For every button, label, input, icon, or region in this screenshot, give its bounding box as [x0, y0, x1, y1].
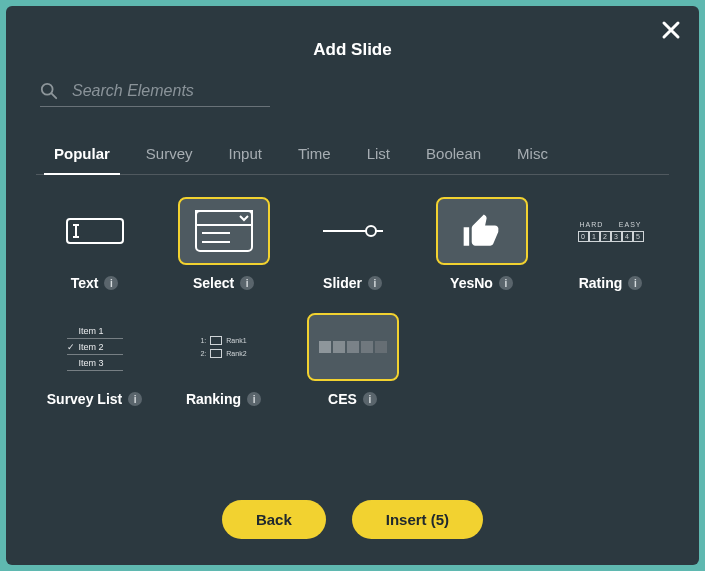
tile-select[interactable]: Select i — [169, 199, 278, 291]
tile-slider[interactable]: Slider i — [298, 199, 407, 291]
tab-input[interactable]: Input — [211, 135, 280, 174]
tab-boolean[interactable]: Boolean — [408, 135, 499, 174]
svg-point-0 — [42, 84, 53, 95]
modal-footer: Back Insert (5) — [36, 484, 669, 545]
element-grid: Text i Select i Slider i — [36, 199, 669, 484]
close-icon — [661, 20, 681, 40]
info-icon[interactable]: i — [499, 276, 513, 290]
rating-scale-icon: 012345 — [578, 231, 644, 242]
svg-rect-7 — [196, 211, 252, 225]
info-icon[interactable]: i — [128, 392, 142, 406]
ranking-icon: 1:Rank1 2:Rank2 — [200, 336, 246, 358]
tab-misc[interactable]: Misc — [499, 135, 566, 174]
survey-list-icon: Item 1 Item 2 Item 3 — [67, 323, 123, 371]
info-icon[interactable]: i — [628, 276, 642, 290]
tile-label: Text — [71, 275, 99, 291]
tile-ranking[interactable]: 1:Rank1 2:Rank2 Ranking i — [169, 315, 278, 407]
tab-list[interactable]: List — [349, 135, 408, 174]
svg-point-11 — [366, 226, 376, 236]
modal-title: Add Slide — [36, 40, 669, 60]
info-icon[interactable]: i — [240, 276, 254, 290]
add-slide-modal: Add Slide Popular Survey Input Time List… — [6, 6, 699, 565]
tile-ces[interactable]: CES i — [298, 315, 407, 407]
svg-rect-6 — [196, 211, 252, 251]
tile-label: Slider — [323, 275, 362, 291]
info-icon[interactable]: i — [247, 392, 261, 406]
search-input[interactable] — [72, 82, 252, 100]
thumb-text — [51, 199, 139, 263]
ces-icon — [319, 341, 387, 353]
svg-line-1 — [52, 94, 57, 99]
thumb-rating: HARD EASY 012345 — [567, 199, 655, 263]
thumb-slider — [309, 199, 397, 263]
tile-survey-list[interactable]: Item 1 Item 2 Item 3 Survey List i — [40, 315, 149, 407]
slider-icon — [321, 223, 385, 239]
tile-label: YesNo — [450, 275, 493, 291]
tile-yesno[interactable]: YesNo i — [427, 199, 536, 291]
thumb-ces — [309, 315, 397, 379]
tab-time[interactable]: Time — [280, 135, 349, 174]
tile-rating[interactable]: HARD EASY 012345 Rating i — [556, 199, 665, 291]
select-icon — [194, 209, 254, 253]
tile-label: Rating — [579, 275, 623, 291]
rating-scale-labels: HARD EASY — [580, 221, 642, 228]
info-icon[interactable]: i — [368, 276, 382, 290]
thumbs-up-icon — [459, 209, 505, 253]
tile-label: Ranking — [186, 391, 241, 407]
text-input-icon — [66, 218, 124, 244]
tab-survey[interactable]: Survey — [128, 135, 211, 174]
tab-popular[interactable]: Popular — [36, 135, 128, 174]
thumb-select — [180, 199, 268, 263]
info-icon[interactable]: i — [104, 276, 118, 290]
info-icon[interactable]: i — [363, 392, 377, 406]
search-icon — [40, 82, 58, 100]
thumb-yesno — [438, 199, 526, 263]
insert-button[interactable]: Insert (5) — [352, 500, 483, 539]
tile-label: Survey List — [47, 391, 122, 407]
thumb-ranking: 1:Rank1 2:Rank2 — [180, 315, 268, 379]
tile-text[interactable]: Text i — [40, 199, 149, 291]
search-field[interactable] — [40, 82, 270, 107]
thumb-survey-list: Item 1 Item 2 Item 3 — [51, 315, 139, 379]
tile-label: Select — [193, 275, 234, 291]
back-button[interactable]: Back — [222, 500, 326, 539]
close-button[interactable] — [661, 20, 681, 44]
tile-label: CES — [328, 391, 357, 407]
category-tabs: Popular Survey Input Time List Boolean M… — [36, 135, 669, 175]
